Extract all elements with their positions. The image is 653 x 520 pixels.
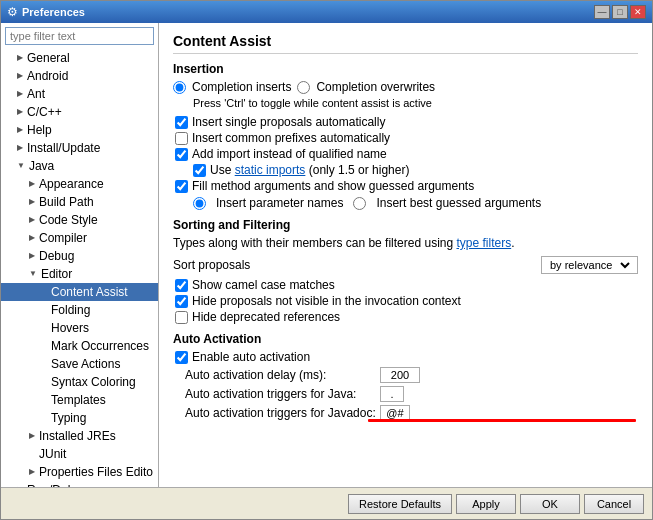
arrow-icon: ▶ (17, 68, 23, 84)
sidebar-item-label: Properties Files Edito (39, 464, 153, 480)
sidebar-item-markoccurrences[interactable]: ▶ Mark Occurrences (1, 337, 158, 355)
sidebar-item-folding[interactable]: ▶ Folding (1, 301, 158, 319)
sidebar-item-android[interactable]: ▶ Android (1, 67, 158, 85)
sidebar-item-hovers[interactable]: ▶ Hovers (1, 319, 158, 337)
sorting-section-label: Sorting and Filtering (173, 218, 638, 232)
completion-inserts-label[interactable]: Completion inserts (192, 80, 291, 94)
restore-defaults-button[interactable]: Restore Defaults (348, 494, 452, 514)
sidebar-item-ant[interactable]: ▶ Ant (1, 85, 158, 103)
sort-proposals-label: Sort proposals (173, 258, 250, 272)
arrow-icon: ▶ (17, 122, 23, 138)
sidebar-item-editor[interactable]: ▼ Editor (1, 265, 158, 283)
sidebar-item-codestyle[interactable]: ▶ Code Style (1, 211, 158, 229)
insert-best-radio[interactable] (353, 197, 366, 210)
sidebar-item-typing[interactable]: ▶ Typing (1, 409, 158, 427)
auto-delay-input[interactable] (380, 367, 420, 383)
sidebar-item-general[interactable]: ▶ General (1, 49, 158, 67)
sidebar-item-contentassist[interactable]: ▶ Content Assist (1, 283, 158, 301)
sidebar-item-label: Folding (51, 302, 90, 318)
hide-deprecated-checkbox[interactable] (175, 311, 188, 324)
apply-button[interactable]: Apply (456, 494, 516, 514)
arrow-icon: ▶ (17, 104, 23, 120)
insertion-section-label: Insertion (173, 62, 638, 76)
cancel-button[interactable]: Cancel (584, 494, 644, 514)
left-panel: ▶ General ▶ Android ▶ Ant ▶ C/C++ ▶ He (1, 23, 159, 487)
type-filters-link[interactable]: type filters (456, 236, 511, 250)
right-panel: Content Assist Insertion Completion inse… (159, 23, 652, 487)
title-buttons: — □ ✕ (594, 5, 646, 19)
enable-autoactivation-label[interactable]: Enable auto activation (192, 350, 310, 364)
filter-input[interactable] (5, 27, 154, 45)
hide-notvisible-checkbox[interactable] (175, 295, 188, 308)
java-trigger-label: Auto activation triggers for Java: (185, 387, 380, 401)
sidebar-item-appearance[interactable]: ▶ Appearance (1, 175, 158, 193)
completion-overwrites-radio[interactable] (297, 81, 310, 94)
sidebar-item-label: Install/Update (27, 140, 100, 156)
close-button[interactable]: ✕ (630, 5, 646, 19)
sidebar-item-label: Debug (39, 248, 74, 264)
camel-case-label[interactable]: Show camel case matches (192, 278, 335, 292)
sidebar-item-label: Help (27, 122, 52, 138)
sidebar-item-install[interactable]: ▶ Install/Update (1, 139, 158, 157)
java-trigger-input[interactable] (380, 386, 404, 402)
title-bar-left: ⚙ Preferences (7, 5, 85, 19)
java-trigger-row: Auto activation triggers for Java: (173, 386, 638, 402)
completion-inserts-radio[interactable] (173, 81, 186, 94)
sidebar-item-label: Save Actions (51, 356, 120, 372)
common-prefixes-checkbox[interactable] (175, 132, 188, 145)
sidebar-item-label: Ant (27, 86, 45, 102)
sidebar-item-label: General (27, 50, 70, 66)
minimize-button[interactable]: — (594, 5, 610, 19)
enable-autoactivation-checkbox[interactable] (175, 351, 188, 364)
sidebar-item-java[interactable]: ▼ Java (1, 157, 158, 175)
sidebar-item-debug[interactable]: ▶ Debug (1, 247, 158, 265)
insert-param-label[interactable]: Insert parameter names (216, 196, 343, 210)
sidebar-item-help[interactable]: ▶ Help (1, 121, 158, 139)
sidebar-item-junit[interactable]: ▶ JUnit (1, 445, 158, 463)
single-proposals-checkbox[interactable] (175, 116, 188, 129)
panel-title: Content Assist (173, 33, 638, 54)
sidebar-item-label: C/C++ (27, 104, 62, 120)
autoactivation-section-label: Auto Activation (173, 332, 638, 346)
enable-autoactivation-row: Enable auto activation (173, 350, 638, 364)
hide-deprecated-label[interactable]: Hide deprecated references (192, 310, 340, 324)
sidebar-item-syntaxcoloring[interactable]: ▶ Syntax Coloring (1, 373, 158, 391)
add-import-checkbox[interactable] (175, 148, 188, 161)
fill-method-label[interactable]: Fill method arguments and show guessed a… (192, 179, 474, 193)
completion-overwrites-label[interactable]: Completion overwrites (316, 80, 435, 94)
camel-case-checkbox[interactable] (175, 279, 188, 292)
static-imports-link[interactable]: static imports (235, 163, 306, 177)
static-imports-checkbox[interactable] (193, 164, 206, 177)
arrow-icon: ▶ (29, 230, 35, 246)
auto-delay-label: Auto activation delay (ms): (185, 368, 380, 382)
sort-proposals-row: Sort proposals by relevance alphabetical… (173, 256, 638, 274)
sidebar-item-properties[interactable]: ▶ Properties Files Edito (1, 463, 158, 481)
static-imports-label[interactable]: Use static imports (only 1.5 or higher) (210, 163, 409, 177)
insert-best-label[interactable]: Insert best guessed arguments (376, 196, 541, 210)
sort-select[interactable]: by relevance alphabetically (546, 258, 633, 272)
sidebar-item-installedjres[interactable]: ▶ Installed JREs (1, 427, 158, 445)
sidebar-item-label: Hovers (51, 320, 89, 336)
arrow-icon: ▶ (29, 464, 35, 480)
sidebar-item-saveactions[interactable]: ▶ Save Actions (1, 355, 158, 373)
type-filters-text: Types along with their members can be fi… (173, 236, 456, 250)
sidebar-item-cpp[interactable]: ▶ C/C++ (1, 103, 158, 121)
hide-notvisible-row: Hide proposals not visible in the invoca… (173, 294, 638, 308)
maximize-button[interactable]: □ (612, 5, 628, 19)
ok-button[interactable]: OK (520, 494, 580, 514)
fill-method-row: Fill method arguments and show guessed a… (173, 179, 638, 193)
sidebar-item-templates[interactable]: ▶ Templates (1, 391, 158, 409)
camel-case-row: Show camel case matches (173, 278, 638, 292)
sidebar-item-compiler[interactable]: ▶ Compiler (1, 229, 158, 247)
sidebar-item-buildpath[interactable]: ▶ Build Path (1, 193, 158, 211)
common-prefixes-label[interactable]: Insert common prefixes automatically (192, 131, 390, 145)
single-proposals-label[interactable]: Insert single proposals automatically (192, 115, 385, 129)
fill-method-checkbox[interactable] (175, 180, 188, 193)
ctrl-note: Press 'Ctrl' to toggle while content ass… (173, 97, 638, 109)
sort-select-container: by relevance alphabetically (541, 256, 638, 274)
hide-notvisible-label[interactable]: Hide proposals not visible in the invoca… (192, 294, 461, 308)
red-highlight-bar (368, 419, 636, 422)
insert-param-radio[interactable] (193, 197, 206, 210)
arrow-icon: ▶ (29, 194, 35, 210)
add-import-label[interactable]: Add import instead of qualified name (192, 147, 387, 161)
